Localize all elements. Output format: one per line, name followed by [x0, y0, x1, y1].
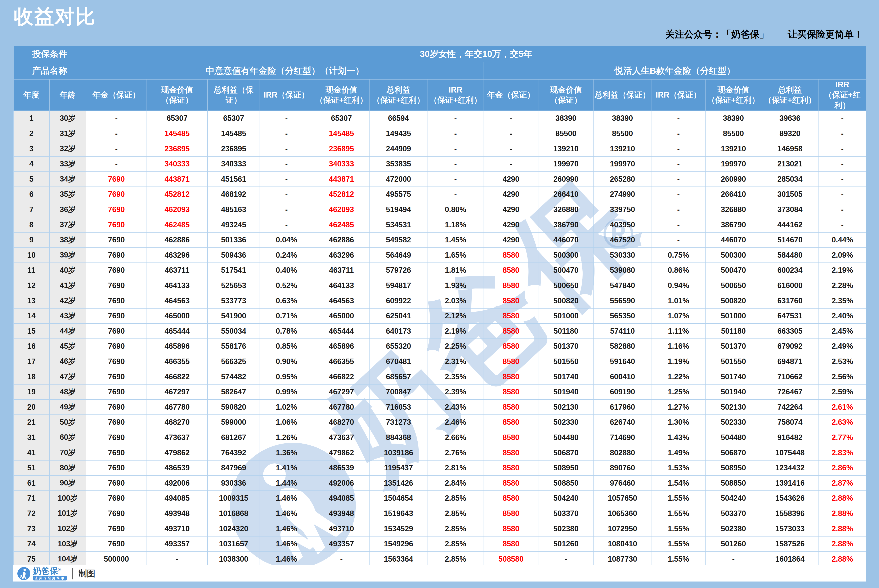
- value-cell: 519494: [370, 202, 427, 217]
- value-cell: 501370: [706, 339, 761, 354]
- value-cell: 2.85%: [427, 521, 484, 536]
- age-cell: 102岁: [50, 521, 86, 536]
- value-cell: 462093: [313, 202, 370, 217]
- value-cell: 1031657: [207, 536, 260, 552]
- value-cell: 2.88%: [819, 521, 866, 536]
- table-row: 130岁-6530765307-6530766594--3839038390-3…: [14, 111, 866, 126]
- value-cell: 0.04%: [260, 232, 313, 248]
- value-cell: 694871: [761, 354, 819, 369]
- value-cell: 802880: [594, 445, 651, 460]
- value-cell: 1.55%: [651, 551, 706, 567]
- value-cell: -: [651, 156, 706, 172]
- value-cell: 495575: [370, 187, 427, 202]
- year-cell: 41: [14, 445, 50, 460]
- value-cell: 8580: [484, 415, 538, 430]
- value-cell: 1.30%: [651, 415, 706, 430]
- value-cell: 764392: [207, 445, 260, 460]
- value-cell: 600410: [594, 369, 651, 384]
- value-cell: 7690: [86, 172, 147, 187]
- value-cell: 265280: [594, 172, 651, 187]
- value-cell: 501550: [706, 354, 761, 369]
- value-cell: 590820: [207, 399, 260, 415]
- value-cell: 4290: [484, 172, 538, 187]
- value-cell: 8580: [484, 263, 538, 278]
- value-cell: 640173: [370, 323, 427, 339]
- value-cell: 462485: [313, 217, 370, 232]
- value-cell: 1.46%: [260, 536, 313, 552]
- value-cell: 1057650: [594, 490, 651, 506]
- value-cell: -: [651, 111, 706, 126]
- table-row: 938岁76904628865013360.04%4628865495821.4…: [14, 232, 866, 248]
- table-row: 71100岁769049408510093151.46%494085150465…: [14, 490, 866, 506]
- value-cell: 493245: [207, 217, 260, 232]
- value-cell: 479862: [313, 445, 370, 460]
- value-cell: 462886: [147, 232, 207, 248]
- value-cell: 0.90%: [260, 354, 313, 369]
- table-row: 332岁-236895236895-236895244909--13921013…: [14, 141, 866, 156]
- age-cell: 90岁: [50, 476, 86, 490]
- value-cell: 465444: [147, 323, 207, 339]
- value-cell: 547840: [594, 278, 651, 293]
- year-cell: 14: [14, 308, 50, 324]
- value-cell: -: [651, 126, 706, 141]
- table-row: 1544岁76904654445500340.78%4654446401732.…: [14, 323, 866, 339]
- value-cell: -: [260, 141, 313, 156]
- year-cell: 7: [14, 202, 50, 217]
- value-cell: 508580: [484, 551, 538, 567]
- value-cell: 1601864: [761, 551, 819, 567]
- value-cell: 655320: [370, 339, 427, 354]
- value-cell: 1.26%: [260, 430, 313, 445]
- value-cell: 2.77%: [819, 430, 866, 445]
- value-cell: 501260: [538, 536, 594, 552]
- top-right-note: 关注公众号：「奶爸保」 让买保险更简单！: [665, 28, 863, 40]
- value-cell: 236895: [313, 141, 370, 156]
- value-cell: 1549296: [370, 536, 427, 552]
- value-cell: 1.27%: [651, 399, 706, 415]
- value-cell: 1.55%: [651, 506, 706, 521]
- value-cell: -: [260, 217, 313, 232]
- age-cell: 101岁: [50, 506, 86, 521]
- table-row: 74103岁769049335710316571.46%493357154929…: [14, 536, 866, 552]
- value-cell: 0.24%: [260, 248, 313, 263]
- value-cell: 500820: [538, 293, 594, 308]
- value-cell: 1558396: [761, 506, 819, 521]
- year-cell: 73: [14, 521, 50, 536]
- value-cell: 0.85%: [260, 339, 313, 354]
- value-cell: 465896: [313, 339, 370, 354]
- value-cell: 591640: [594, 354, 651, 369]
- value-cell: 85500: [594, 126, 651, 141]
- age-cell: 44岁: [50, 323, 86, 339]
- value-cell: -: [260, 126, 313, 141]
- value-cell: 468270: [147, 415, 207, 430]
- value-cell: 508850: [706, 476, 761, 490]
- value-cell: 139210: [538, 141, 594, 156]
- value-cell: 663305: [761, 323, 819, 339]
- value-cell: 506870: [706, 445, 761, 460]
- value-cell: -: [819, 156, 866, 172]
- value-cell: 260990: [706, 172, 761, 187]
- year-cell: 5: [14, 172, 50, 187]
- value-cell: 539080: [594, 263, 651, 278]
- column-header: 年龄: [50, 80, 86, 111]
- table-row: 1746岁76904663555663250.90%4663556704812.…: [14, 354, 866, 369]
- value-cell: 492006: [147, 476, 207, 490]
- column-header: 现金价值 （保证）: [538, 80, 594, 111]
- value-cell: 7690: [86, 430, 147, 445]
- footer: 奶爸保® 让买保险更简单 制图: [13, 566, 866, 582]
- table-row: 2150岁76904682705990001.06%4682707312732.…: [14, 415, 866, 430]
- table-row: 837岁7690462485493245-4624855345311.18%42…: [14, 217, 866, 232]
- brand-block: 奶爸保® 让买保险更简单: [33, 567, 67, 580]
- value-cell: 508950: [706, 460, 761, 476]
- value-cell: 716053: [370, 399, 427, 415]
- table-row: 73102岁769049371010243201.46%493710153452…: [14, 521, 866, 536]
- value-cell: 508850: [538, 476, 594, 490]
- value-cell: -: [147, 551, 207, 567]
- value-cell: 501336: [207, 232, 260, 248]
- value-cell: 451561: [207, 172, 260, 187]
- value-cell: 2.83%: [819, 445, 866, 460]
- value-cell: 1.46%: [260, 551, 313, 567]
- value-cell: 1016868: [207, 506, 260, 521]
- value-cell: 452812: [147, 187, 207, 202]
- value-cell: 976460: [594, 476, 651, 490]
- value-cell: 1.11%: [651, 323, 706, 339]
